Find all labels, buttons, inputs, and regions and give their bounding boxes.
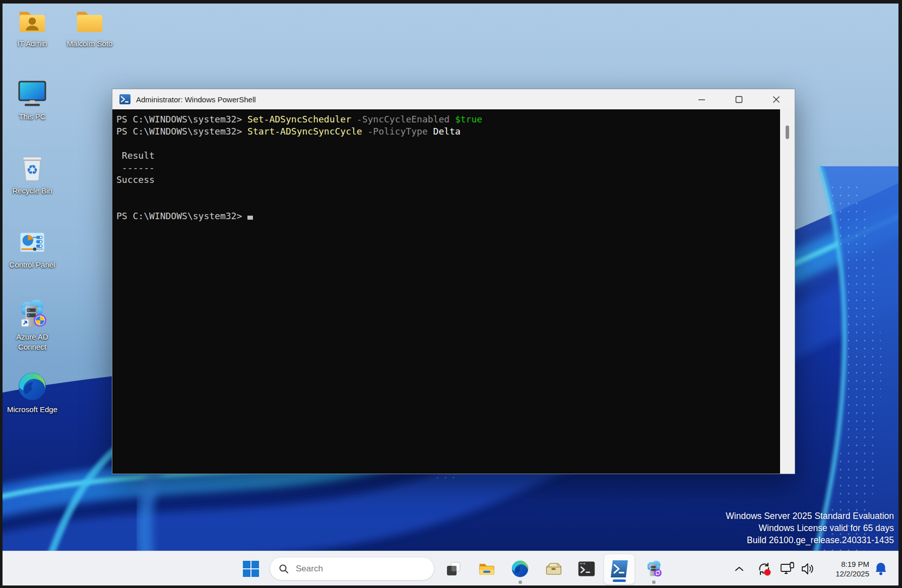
- window-title: Administrator: Windows PowerShell: [136, 95, 256, 104]
- tray-volume[interactable]: [799, 551, 816, 586]
- console-line: [116, 186, 780, 198]
- azure-ad-connect-icon: [644, 559, 663, 578]
- network-icon: [780, 561, 795, 576]
- edge-browser-icon: [511, 560, 529, 578]
- desktop-icon-control-panel[interactable]: Control Panel: [4, 225, 60, 270]
- task-view-button[interactable]: [443, 559, 464, 579]
- edge-browser-icon: [16, 370, 49, 403]
- file-explorer-icon: [478, 560, 496, 578]
- chevron-up-icon: [735, 566, 744, 572]
- console-line: Success: [116, 174, 780, 186]
- license-line-3: Build 26100.ge_release.240331-1435: [726, 534, 894, 546]
- powershell-icon: [119, 93, 131, 105]
- console-line: Result: [116, 150, 780, 162]
- desktop-icon-label: Microsoft Edge: [7, 405, 57, 415]
- license-line-2: Windows License valid for 65 days: [726, 522, 894, 534]
- desktop-icon-label: Recycle Bin: [12, 186, 52, 196]
- console-line: [116, 138, 780, 150]
- desktop-icon-label: IT Admin: [18, 39, 47, 49]
- screen-bezel-bottom: [0, 585, 902, 588]
- desktop-icon-label: This PC: [19, 112, 45, 122]
- clock-date: 12/2/2025: [820, 569, 869, 578]
- console-line: [116, 198, 780, 210]
- edge-running-indicator: [519, 580, 522, 584]
- computer-monitor-icon: [16, 77, 49, 110]
- sync-alert-icon: [756, 561, 772, 577]
- license-line-1: Windows Server 2025 Standard Evaluation: [726, 510, 894, 522]
- recycle-bin-icon: ♻: [16, 151, 49, 184]
- windows-logo-icon: [242, 560, 260, 578]
- notification-bell-icon: [874, 562, 887, 576]
- desktop-icon-microsoft-edge[interactable]: Microsoft Edge: [4, 370, 60, 415]
- taskbar-search[interactable]: [270, 557, 434, 580]
- powershell-console[interactable]: PS C:\WINDOWS\system32> Set-ADSyncSchedu…: [112, 109, 780, 474]
- azure-ad-connect-running-indicator: [652, 580, 656, 584]
- desktop-icon-recycle-bin[interactable]: ♻ Recycle Bin: [4, 151, 60, 196]
- tray-network[interactable]: [779, 551, 797, 586]
- search-input[interactable]: [295, 563, 418, 574]
- user-folder-icon: [16, 4, 49, 37]
- screen-bezel-right: [898, 0, 902, 588]
- powershell-window: Administrator: Windows PowerShell PS C:\…: [112, 89, 795, 474]
- console-line: PS C:\WINDOWS\system32> Set-ADSyncSchedu…: [116, 113, 780, 125]
- file-explorer-button[interactable]: [477, 559, 497, 579]
- powershell-taskbar-button-active[interactable]: [604, 554, 635, 584]
- folder-icon: [73, 4, 106, 37]
- desktop-icon-this-pc[interactable]: This PC: [4, 77, 60, 122]
- desktop-icon-azure-ad-connect[interactable]: Azure AD Connect: [4, 297, 60, 352]
- tray-clock[interactable]: 8:19 PM 12/2/2025: [820, 551, 869, 586]
- svg-text:♻: ♻: [26, 162, 38, 177]
- sync-alert-dot: [764, 569, 771, 575]
- edge-taskbar-button[interactable]: [510, 559, 530, 579]
- desktop: IT Admin Malcolm Soto This PC: [0, 0, 902, 588]
- window-titlebar[interactable]: Administrator: Windows PowerShell: [112, 89, 795, 109]
- console-scrollbar[interactable]: [780, 109, 795, 474]
- control-panel-icon: [16, 225, 49, 258]
- clock-time: 8:19 PM: [820, 559, 869, 569]
- tray-sync-status[interactable]: [755, 551, 774, 586]
- azure-ad-connect-taskbar-button[interactable]: [643, 559, 664, 579]
- minimize-button[interactable]: [683, 89, 720, 109]
- maximize-button[interactable]: [720, 89, 757, 109]
- desktop-icon-label: Control Panel: [10, 260, 55, 270]
- license-watermark: Windows Server 2025 Standard Evaluation …: [726, 510, 894, 546]
- close-button[interactable]: [757, 89, 795, 109]
- task-view-icon: [445, 561, 462, 577]
- tray-show-hidden-icons[interactable]: [732, 551, 747, 586]
- start-button[interactable]: [241, 559, 261, 579]
- scrollbar-thumb[interactable]: [786, 125, 789, 139]
- taskbar: 8:19 PM 12/2/2025: [0, 551, 902, 586]
- console-line: PS C:\WINDOWS\system32> Start-ADSyncSync…: [116, 125, 780, 138]
- desktop-icon-label: Azure AD Connect: [6, 332, 58, 352]
- powershell-icon: [609, 559, 629, 579]
- server-manager-button[interactable]: [543, 559, 563, 579]
- command-prompt-icon: [577, 560, 596, 578]
- speaker-icon: [800, 561, 815, 576]
- desktop-icon-malcolm-soto[interactable]: Malcolm Soto: [61, 4, 118, 49]
- azure-ad-connect-icon: [16, 297, 49, 331]
- console-line: PS C:\WINDOWS\system32>: [116, 210, 780, 222]
- active-window-indicator: [613, 579, 626, 582]
- search-icon: [279, 564, 289, 574]
- tray-notifications[interactable]: [873, 551, 889, 586]
- desktop-icon-it-admin[interactable]: IT Admin: [4, 4, 60, 49]
- server-manager-icon: [544, 560, 562, 578]
- screen-bezel-top: [0, 0, 902, 4]
- screen-bezel-left: [0, 0, 3, 588]
- cmd-button[interactable]: [576, 559, 597, 579]
- console-cursor: [247, 216, 253, 220]
- desktop-icon-label: Malcolm Soto: [67, 39, 113, 49]
- console-line: ------: [116, 162, 780, 174]
